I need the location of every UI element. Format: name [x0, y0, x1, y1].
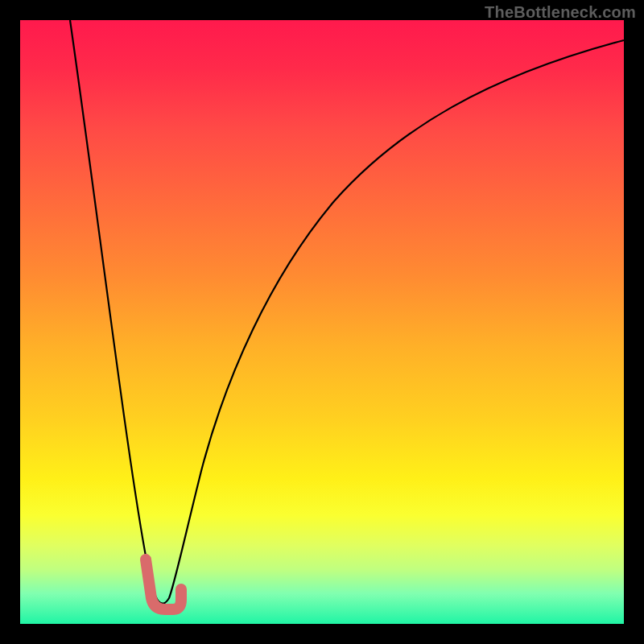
notch-marker: [146, 559, 181, 609]
bottleneck-curve: [70, 20, 624, 604]
chart-plot-area: [20, 20, 624, 624]
bottleneck-curve-svg: [20, 20, 624, 624]
watermark-text: TheBottleneck.com: [485, 3, 636, 22]
